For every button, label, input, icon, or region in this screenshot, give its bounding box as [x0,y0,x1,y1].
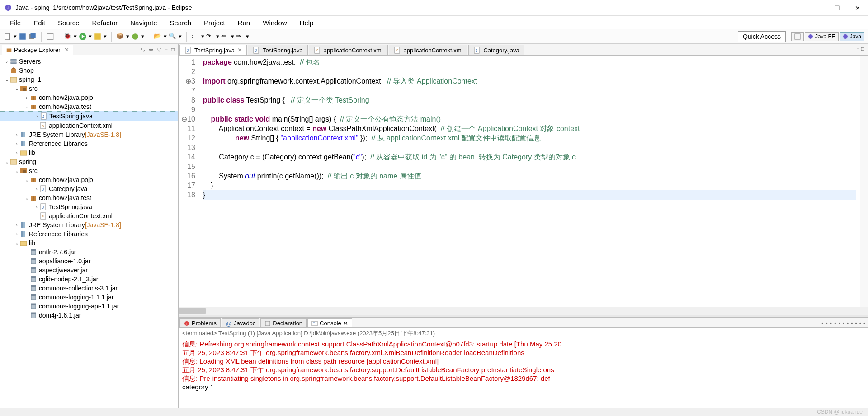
coverage-icon[interactable] [94,33,102,41]
tree-node[interactable]: ›Referenced Libraries [0,229,178,238]
run-icon[interactable] [79,33,87,41]
open-type-icon[interactable]: 📂 [154,33,162,41]
saveall-icon[interactable] [28,33,37,41]
tree-node[interactable]: ⌄src [0,84,178,93]
menu-help[interactable]: Help [293,17,320,28]
open-perspective-button[interactable] [791,32,804,41]
switch-icon[interactable] [46,33,54,41]
remove-launch-icon[interactable]: ▪ [826,320,827,326]
menu-file[interactable]: File [4,17,27,28]
new-package-icon[interactable]: 📦 [116,33,124,41]
editor-tab[interactable]: XapplicationContext.xml [309,45,388,55]
maximize-view-icon[interactable]: □ [171,47,175,53]
perspective-java[interactable]: Java [840,32,864,41]
twistie-icon[interactable]: ⌄ [14,168,20,174]
new-icon[interactable] [4,33,12,41]
close-icon[interactable]: ✕ [343,320,348,327]
annotation-icon[interactable]: ↕ [191,33,199,41]
twistie-icon[interactable]: ⌄ [4,77,10,83]
editor-hscrollbar[interactable] [179,307,868,315]
tree-node[interactable]: ›com.how2java.pojo [0,93,178,102]
twistie-icon[interactable]: › [33,204,40,210]
tree-node[interactable]: ⌄com.how2java.test [0,193,178,202]
menu-window[interactable]: Window [256,17,293,28]
twistie-icon[interactable]: › [14,231,20,237]
close-icon[interactable]: ✕ [237,47,242,53]
terminate-icon[interactable]: ▪ [821,320,823,326]
back-icon[interactable]: ⇐ [221,33,229,41]
tree-node[interactable]: ⌄sping_1 [0,75,178,84]
menu-run[interactable]: Run [231,17,257,28]
tree-node[interactable]: dom4j-1.6.1.jar [0,311,178,320]
tree-node[interactable]: ›JRE System Library [JavaSE-1.8] [0,130,178,139]
menu-refactor[interactable]: Refactor [86,17,124,28]
tree-node[interactable]: aopalliance-1.0.jar [0,257,178,266]
twistie-icon[interactable]: › [24,95,30,100]
maximize-view-icon[interactable]: □ [861,46,864,52]
view-tab-javadoc[interactable]: @Javadoc [222,318,259,327]
tree-node[interactable]: commons-logging-api-1.1.jar [0,302,178,311]
code-editor[interactable]: 12⊕3789⊖101112131415161718 package com.h… [179,56,868,307]
open-console-icon[interactable]: ▪ [855,320,857,326]
view-menu-icon[interactable]: ▽ [157,47,161,53]
twistie-icon[interactable]: ⌄ [24,177,30,183]
view-tab-declaration[interactable]: Declaration [260,318,307,327]
tree-node[interactable]: XapplicationContext.xml [0,121,178,130]
clear-icon[interactable]: ▪ [834,320,836,326]
perspective-java-ee[interactable]: Java EE [805,32,839,41]
collapse-all-icon[interactable]: ⇆ [141,47,145,53]
twistie-icon[interactable]: › [33,186,40,192]
menu-navigate[interactable]: Navigate [124,17,163,28]
tree-node[interactable]: ›JTestSpring.java [0,202,178,211]
tree-node[interactable]: ⌄com.how2java.pojo [0,175,178,184]
close-button[interactable]: ✕ [847,0,868,16]
wrap-icon[interactable]: ▪ [842,320,844,326]
quick-access[interactable]: Quick Access [738,31,786,42]
tree-node[interactable]: ⌄src [0,166,178,175]
tree-node[interactable]: commons-logging-1.1.1.jar [0,293,178,302]
max-icon[interactable]: ▪ [863,320,865,326]
tree-node[interactable]: ›Servers [0,57,178,66]
tree-node[interactable]: ⌄spring [0,157,178,166]
new-class-icon[interactable] [131,33,139,41]
editor-tab[interactable]: XapplicationContext.xml [389,45,468,55]
tree-node[interactable]: ›JCategory.java [0,184,178,193]
twistie-icon[interactable]: ⌄ [24,104,30,110]
package-tree[interactable]: ›ServersShop⌄sping_1⌄src›com.how2java.po… [0,55,178,408]
tree-node[interactable]: ›JTestSpring.java [0,111,178,121]
display-icon[interactable]: ▪ [851,320,853,326]
tree-node[interactable]: Shop [0,66,178,75]
twistie-icon[interactable]: › [14,150,20,155]
twistie-icon[interactable]: › [14,132,20,137]
close-icon[interactable]: ✕ [64,47,69,53]
twistie-icon[interactable]: › [4,59,10,64]
min-icon[interactable]: ▪ [859,320,861,326]
view-tab-console[interactable]: Console ✕ [307,318,352,327]
package-explorer-tab[interactable]: Package Explorer ✕ [2,45,73,55]
editor-tab[interactable]: JCategory.java [468,45,524,55]
view-tab-problems[interactable]: !Problems [179,318,221,327]
editor-tab[interactable]: JTestSpring.java✕ [179,45,247,55]
menu-project[interactable]: Project [198,17,231,28]
debug-icon[interactable]: 🐞 [64,33,72,41]
tree-node[interactable]: ›Referenced Libraries [0,139,178,148]
twistie-icon[interactable]: › [34,113,40,119]
editor-tab[interactable]: JTestSpring.java [248,45,308,55]
tree-node[interactable]: XapplicationContext.xml [0,211,178,220]
tree-node[interactable]: ›JRE System Library [JavaSE-1.8] [0,220,178,229]
tree-node[interactable]: antlr-2.7.6.jar [0,248,178,257]
tree-node[interactable]: commons-collections-3.1.jar [0,284,178,293]
twistie-icon[interactable]: ⌄ [14,240,20,246]
minimize-button[interactable]: — [806,0,826,16]
pin-icon[interactable]: ▪ [847,320,849,326]
remove-all-icon[interactable]: ▪ [830,320,832,326]
next-icon[interactable]: ↷ [206,33,214,41]
twistie-icon[interactable]: › [14,222,20,228]
tree-node[interactable]: ⌄com.how2java.test [0,102,178,111]
tree-node[interactable]: aspectjweaver.jar [0,266,178,275]
twistie-icon[interactable]: › [14,141,20,146]
tree-node[interactable]: ⌄lib [0,238,178,248]
link-editor-icon[interactable]: ⇔ [149,47,153,53]
scroll-lock-icon[interactable]: ▪ [838,320,840,326]
maximize-button[interactable]: ☐ [826,0,847,16]
